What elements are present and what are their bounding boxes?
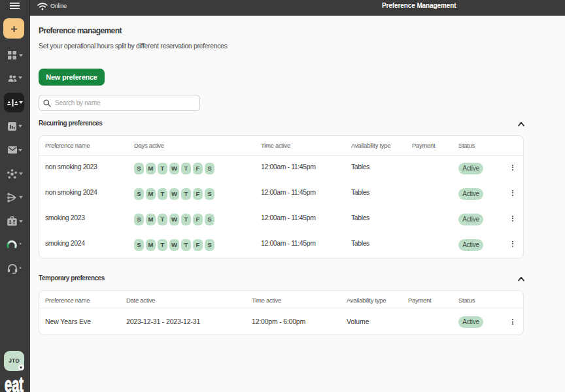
- svg-text:eat: eat: [5, 372, 24, 392]
